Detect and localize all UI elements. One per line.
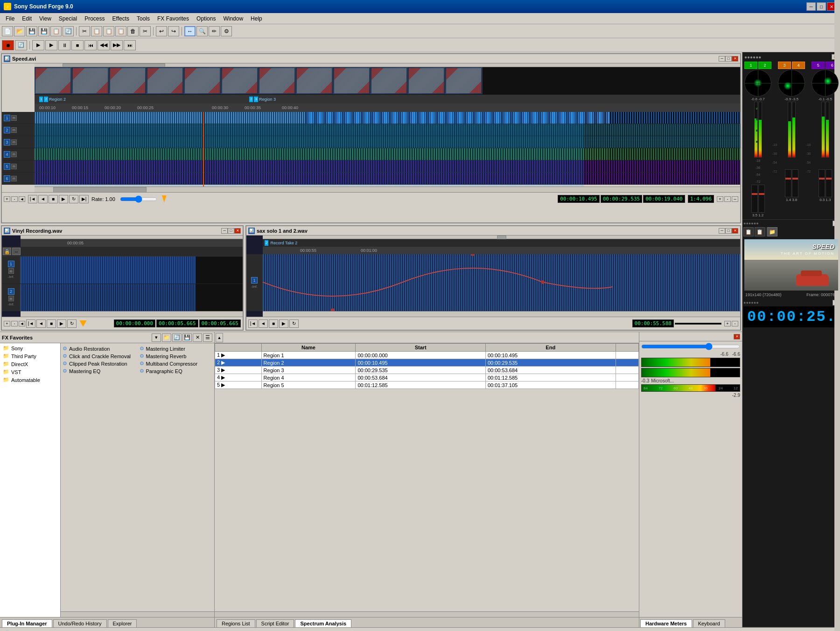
- region-row-1[interactable]: 1 ▶ Region 1 00:00:00.000 00:00:10.495: [215, 352, 639, 359]
- sax-stop[interactable]: ■: [269, 319, 278, 328]
- ch5-btn[interactable]: 5: [812, 62, 825, 69]
- vt-paste-btn[interactable]: 📋: [755, 227, 765, 236]
- fx-menu-btn[interactable]: ☰: [203, 333, 212, 342]
- rate-slider[interactable]: [120, 195, 157, 203]
- sax-loop[interactable]: ↻: [289, 319, 299, 328]
- main-minimize-btn[interactable]: ─: [719, 56, 725, 62]
- zoom-add-btn[interactable]: +: [4, 196, 10, 202]
- vinyl-prev[interactable]: ◄: [36, 319, 46, 328]
- new-btn[interactable]: 📄: [2, 26, 13, 36]
- sax-prev[interactable]: ◄: [259, 319, 268, 328]
- selection-tool-btn[interactable]: ↔: [184, 26, 196, 36]
- vinyl-t1-content[interactable]: [21, 257, 243, 284]
- region-row-2[interactable]: 2 ▶ Region 2 00:00:10.495 00:00:29.535: [215, 359, 639, 367]
- record-btn[interactable]: ⏺: [2, 40, 14, 50]
- sax-zoom-out[interactable]: -: [732, 321, 738, 326]
- gain-fader-3[interactable]: [785, 169, 791, 197]
- vinyl-pitch[interactable]: [79, 320, 87, 327]
- fx-tree-sony[interactable]: 📁 Sony: [1, 344, 59, 352]
- regions-hscroll[interactable]: [215, 611, 639, 617]
- fx-item-mastering-eq[interactable]: ⚙ Mastering EQ: [63, 368, 136, 374]
- sax-play[interactable]: ▶: [279, 319, 288, 328]
- track-6-mute[interactable]: m: [11, 176, 17, 181]
- menu-view[interactable]: View: [35, 14, 55, 23]
- noise-btn[interactable]: ⚙: [221, 26, 232, 36]
- track-4-mute[interactable]: m: [11, 152, 17, 157]
- zoom-out-btn[interactable]: -: [724, 196, 731, 202]
- paste-btn[interactable]: 📋: [103, 26, 114, 36]
- sax-waveform[interactable]: [263, 254, 740, 311]
- track-5-content[interactable]: [35, 160, 740, 172]
- sax-zoom-in[interactable]: +: [724, 321, 731, 326]
- fx-item-audio-restoration[interactable]: ⚙ Audio Restoration: [63, 345, 136, 352]
- fx-item-mastering-reverb[interactable]: ⚙ Mastering Reverb: [140, 353, 213, 360]
- vt-folder-btn[interactable]: 📁: [767, 227, 777, 236]
- h-scrollbar[interactable]: [35, 187, 740, 192]
- vinyl-loop[interactable]: ↻: [67, 319, 77, 328]
- main-restore-btn[interactable]: □: [725, 56, 732, 62]
- close-file-btn[interactable]: 📋: [50, 26, 62, 36]
- meters-slider-1[interactable]: [641, 343, 740, 350]
- magnify-btn[interactable]: 🔍: [196, 26, 208, 36]
- vinyl-zoom-sub[interactable]: -: [11, 321, 18, 326]
- fast-forward-btn[interactable]: ▶▶: [111, 40, 123, 50]
- fx-tree-vst[interactable]: 📁 VST: [1, 368, 59, 376]
- sax-t1-num[interactable]: 1: [251, 277, 258, 284]
- menu-file[interactable]: File: [2, 14, 18, 23]
- main-go-start[interactable]: |◄: [28, 195, 37, 203]
- menu-process[interactable]: Process: [81, 14, 108, 23]
- vinyl-hscroll[interactable]: [21, 236, 243, 239]
- fx-close-btn[interactable]: ✕: [193, 333, 202, 342]
- menu-options[interactable]: Options: [193, 14, 219, 23]
- track-2-mute[interactable]: m: [11, 127, 17, 133]
- track-2-num[interactable]: 2: [4, 127, 10, 133]
- track-3-mute[interactable]: m: [11, 139, 17, 145]
- tab-keyboard[interactable]: Keyboard: [693, 619, 725, 627]
- vinyl-close[interactable]: ✕: [234, 228, 241, 234]
- region-row-3[interactable]: 3 ▶ Region 3 00:00:29.535 00:00:53.684: [215, 367, 639, 374]
- vinyl-stop[interactable]: ■: [47, 319, 56, 328]
- vinyl-zoom-add[interactable]: +: [4, 321, 10, 326]
- trim-btn[interactable]: ✂: [140, 26, 151, 36]
- scroll-left-btn[interactable]: ◄: [19, 196, 25, 202]
- track-5-mute[interactable]: m: [11, 164, 17, 169]
- fx-refresh-btn[interactable]: 🔄: [172, 333, 182, 342]
- menu-window[interactable]: Window: [219, 14, 247, 23]
- save-btn[interactable]: 💾: [26, 26, 37, 36]
- main-prev-marker[interactable]: ◄: [38, 195, 48, 203]
- track-3-num[interactable]: 3: [4, 139, 10, 146]
- fx-add-btn[interactable]: 📁: [162, 333, 171, 342]
- fx-tree-auto[interactable]: 📁 Automatable: [1, 376, 59, 384]
- tab-explorer[interactable]: Explorer: [108, 619, 137, 627]
- track-3-content[interactable]: [35, 136, 740, 148]
- vinyl-t1-num[interactable]: 1: [8, 261, 14, 267]
- main-close-btn[interactable]: ✕: [732, 56, 738, 62]
- paste-new-btn[interactable]: 📋: [115, 26, 126, 36]
- gain-fader-2[interactable]: [758, 185, 765, 213]
- fx-hscroll[interactable]: [61, 611, 214, 617]
- gain-fader-6[interactable]: [826, 169, 832, 197]
- play-btn[interactable]: ▶: [32, 40, 44, 50]
- zoom-fit-btn[interactable]: ↔: [732, 196, 738, 202]
- tab-script-editor[interactable]: Script Editor: [256, 619, 294, 627]
- sax-close[interactable]: ✕: [732, 228, 738, 234]
- vinyl-lock-btn[interactable]: 🔒: [3, 248, 11, 255]
- vinyl-pointer-btn[interactable]: ↔: [12, 248, 21, 255]
- sax-hscroll-bottom[interactable]: [263, 311, 740, 317]
- undo-btn[interactable]: ↩: [156, 26, 167, 36]
- play-sel-btn[interactable]: ▶: [45, 40, 57, 50]
- menu-tools[interactable]: Tools: [133, 14, 154, 23]
- regions-scroll-up[interactable]: ▲: [216, 333, 223, 342]
- fx-item-mastering-limiter[interactable]: ⚙ Mastering Limiter: [140, 345, 213, 352]
- sax-hscroll-top[interactable]: [263, 236, 740, 239]
- meters-close[interactable]: ✕: [734, 334, 740, 340]
- vinyl-hscroll-bottom[interactable]: [21, 311, 243, 317]
- zoom-sub-btn[interactable]: -: [11, 196, 18, 202]
- ch1-btn[interactable]: 1: [744, 62, 757, 69]
- track-4-num[interactable]: 4: [4, 151, 10, 158]
- redo-btn[interactable]: ↪: [168, 26, 179, 36]
- vinyl-minimize[interactable]: ─: [221, 228, 228, 234]
- menu-fx-favorites[interactable]: FX Favorites: [154, 14, 193, 23]
- fx-tree-directx[interactable]: 📁 DirectX: [1, 360, 59, 368]
- ch2-btn[interactable]: 2: [758, 62, 771, 69]
